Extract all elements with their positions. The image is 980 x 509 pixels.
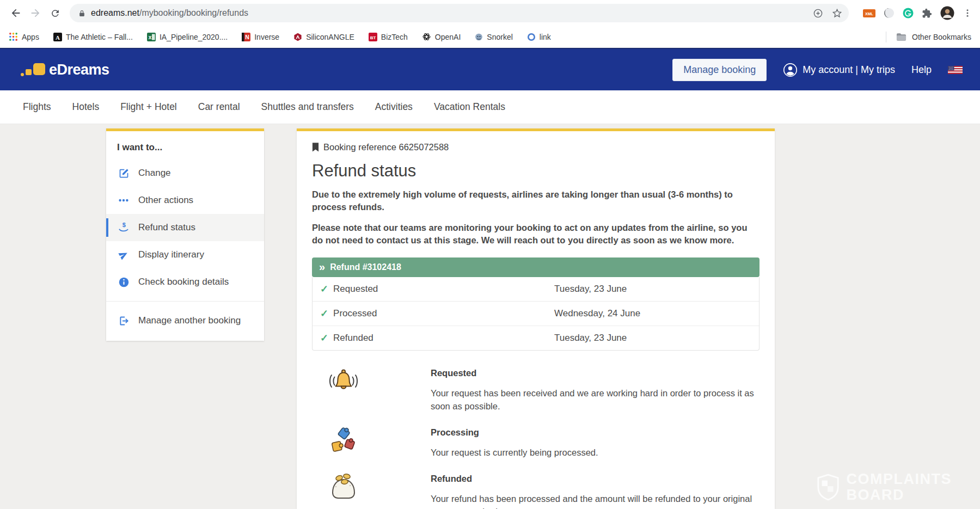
apps-grid-icon — [9, 32, 18, 41]
bookmark-item[interactable]: N Inverse — [242, 33, 279, 41]
nav-tab[interactable]: Activities — [375, 101, 413, 113]
profile-avatar[interactable] — [940, 6, 954, 20]
extensions-row: XML — [863, 6, 972, 20]
refund-header-bar[interactable]: » Refund #3102418 — [312, 257, 759, 277]
svg-text:A: A — [56, 34, 60, 40]
refund-number: Refund #3102418 — [330, 262, 401, 272]
browser-toolbar: edreams.net/mybooking/booking/refunds XM… — [0, 0, 980, 26]
snorkel-icon — [475, 33, 483, 41]
bookmark-item[interactable]: Apps — [9, 32, 39, 41]
bookmark-item[interactable]: BT BizTech — [369, 33, 408, 41]
manage-another-booking-item[interactable]: Manage another booking — [106, 307, 264, 334]
sidebar-menu-item[interactable]: Change — [106, 160, 264, 187]
check-icon: ✓ — [320, 283, 328, 295]
legend-title: Refunded — [431, 474, 759, 484]
timeline-step-label: Processed — [333, 308, 377, 319]
paper-plane-icon — [117, 249, 130, 260]
moon-extension-icon[interactable] — [884, 8, 895, 19]
legend-row: Refunded Your refund has been processed … — [312, 471, 759, 509]
bookmark-label: SiliconANGLE — [306, 33, 354, 41]
bookmark-label: OpenAI — [435, 33, 461, 41]
refresh-icon[interactable] — [46, 4, 64, 22]
bell-icon — [326, 366, 361, 397]
edreams-logo[interactable]: eDreams — [21, 63, 109, 77]
timeline-step-date: Wednesday, 24 June — [554, 308, 751, 319]
sidebar-menu-item[interactable]: Other actions — [106, 187, 264, 214]
sidebar-item-label: Refund status — [138, 222, 195, 233]
site-header: eDreams Manage booking My account | My t… — [0, 48, 980, 90]
svg-text:x: x — [149, 34, 152, 40]
legend-title: Processing — [431, 427, 759, 438]
bookmark-item[interactable]: A The Athletic – Fall... — [53, 33, 133, 41]
nav-tab[interactable]: Flight + Hotel — [120, 101, 177, 113]
nav-tab[interactable]: Flights — [23, 101, 51, 113]
bookmark-item[interactable]: x IA_Pipeline_2020.... — [147, 33, 228, 41]
sidebar-item-label: Check booking details — [138, 277, 229, 287]
product-nav: FlightsHotelsFlight + HotelCar rentalShu… — [0, 90, 980, 124]
bookmark-item[interactable]: Snorkel — [475, 33, 512, 41]
timeline-step-label: Refunded — [333, 333, 373, 344]
svg-text:BT: BT — [370, 35, 376, 40]
complaintsboard-watermark: COMPLAINTS BOARD — [816, 471, 952, 502]
lock-icon — [78, 10, 85, 17]
forward-icon[interactable] — [26, 4, 45, 22]
legend-row: Requested Your request has been received… — [312, 366, 759, 413]
logo-square-small — [26, 69, 32, 75]
booking-actions-sidebar: I want to... Change Other actions $ — [106, 128, 264, 341]
bookmark-label: link — [540, 33, 551, 41]
address-bar[interactable]: edreams.net/mybooking/booking/refunds — [70, 4, 849, 22]
timeline-row: ✓ Refunded Tuesday, 23 June — [313, 326, 759, 350]
bookmark-label: Inverse — [254, 33, 279, 41]
page-title: Refund status — [312, 161, 759, 181]
openai-icon — [422, 32, 431, 41]
sidebar-item-label: Display itinerary — [138, 249, 204, 260]
xml-extension-icon[interactable]: XML — [863, 9, 875, 18]
nav-tab[interactable]: Car rental — [198, 101, 240, 113]
double-chevron-icon: » — [319, 261, 325, 272]
star-icon[interactable] — [832, 8, 842, 19]
legend-description: Your request has been received and we ar… — [431, 387, 759, 413]
sidebar-menu-item[interactable]: $ Refund status — [106, 214, 264, 241]
check-icon: ✓ — [320, 308, 328, 320]
refund-status-panel: Booking reference 6625072588 Refund stat… — [297, 128, 775, 509]
menu-dots-icon[interactable] — [963, 8, 972, 18]
link-ring-icon — [527, 33, 536, 41]
nav-tab[interactable]: Vacation Rentals — [434, 101, 505, 113]
sidebar-item-label: Other actions — [138, 195, 193, 206]
bookmark-item[interactable]: link — [527, 33, 551, 41]
extensions-puzzle-icon[interactable] — [922, 8, 932, 19]
nav-tab[interactable]: Shuttles and transfers — [261, 101, 354, 113]
timeline-step-date: Tuesday, 23 June — [554, 284, 751, 295]
siliconangle-icon — [293, 33, 302, 41]
logo-dot — [21, 73, 24, 76]
bookmarks-bar: Apps A The Athletic – Fall... x IA_Pipel… — [0, 26, 980, 48]
svg-text:N: N — [245, 34, 249, 40]
bookmark-label: The Athletic – Fall... — [66, 33, 133, 41]
help-link[interactable]: Help — [911, 64, 932, 76]
inverse-icon: N — [242, 33, 250, 41]
logo-square-large — [33, 63, 45, 75]
bookmark-item[interactable]: SiliconANGLE — [293, 33, 354, 41]
check-icon: ✓ — [320, 332, 328, 344]
zoom-plus-icon[interactable] — [813, 8, 823, 19]
grammarly-extension-icon[interactable] — [903, 8, 914, 19]
nav-tab[interactable]: Hotels — [72, 101, 100, 113]
bookmark-item[interactable]: OpenAI — [422, 32, 461, 41]
excel-icon: x — [147, 33, 156, 41]
sidebar-menu-item[interactable]: Check booking details — [106, 268, 264, 296]
browser-window: edreams.net/mybooking/booking/refunds XM… — [0, 0, 980, 509]
page-content: I want to... Change Other actions $ — [0, 124, 980, 509]
svg-text:$: $ — [122, 222, 126, 228]
my-account-link[interactable]: My account | My trips — [783, 63, 895, 77]
notice-paragraph-1: Due to the extremely high volume of requ… — [312, 188, 759, 213]
legend-title: Requested — [431, 368, 759, 378]
back-icon[interactable] — [7, 4, 25, 22]
edit-icon — [117, 168, 130, 179]
exit-icon — [117, 315, 130, 327]
other-bookmarks[interactable]: Other Bookmarks — [886, 32, 971, 42]
sidebar-menu-item[interactable]: Display itinerary — [106, 241, 264, 268]
athletic-icon: A — [53, 33, 62, 41]
manage-booking-button[interactable]: Manage booking — [672, 59, 767, 81]
us-flag-icon[interactable] — [948, 66, 963, 74]
sidebar-item-label: Change — [138, 168, 171, 179]
